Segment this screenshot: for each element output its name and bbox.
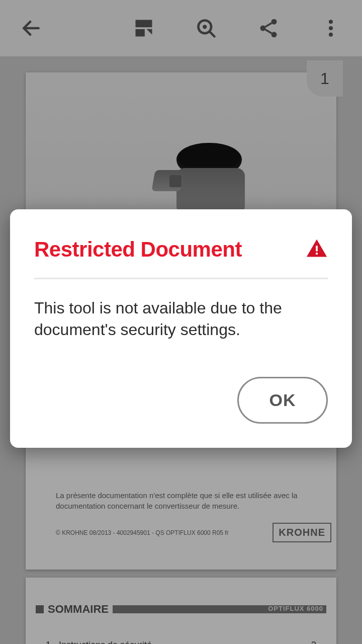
toc-item-title: Instructions de sécurité [59,640,311,644]
ok-button[interactable]: OK [237,377,328,424]
share-button[interactable] [252,12,285,44]
dialog-message: This tool is not available due to the do… [34,297,328,341]
toc-item-page: 3 [311,640,316,644]
toc-row: 1 Instructions de sécurité 3 [36,640,326,644]
copyright-text: © KROHNE 08/2013 - 4002945901 - QS OPTIF… [56,529,229,536]
toc-product-label: OPTIFLUX 6000 [268,605,323,612]
svg-rect-1 [136,20,152,28]
svg-marker-3 [147,29,152,35]
page-number-badge: 1 [307,60,343,97]
restricted-document-dialog: Restricted Document This tool is not ava… [10,209,352,448]
svg-rect-13 [316,246,318,252]
dialog-title: Restricted Document [34,237,242,262]
svg-point-11 [329,26,333,30]
search-button[interactable] [190,12,222,44]
back-button[interactable] [15,12,47,44]
toc-item-number: 1 [46,640,59,644]
more-button[interactable] [315,12,347,44]
app-toolbar [0,0,362,56]
text-reflow-icon [133,17,155,39]
svg-rect-14 [316,253,318,255]
text-reflow-button[interactable] [128,12,160,44]
svg-point-8 [260,26,266,31]
svg-point-9 [272,32,277,37]
document-page-2: SOMMAIRE OPTIFLUX 6000 1 Instructions de… [26,578,336,644]
page-number: 1 [320,69,329,88]
svg-line-6 [210,32,215,37]
svg-point-5 [204,26,206,28]
more-vert-icon [320,17,342,39]
back-arrow-icon [20,17,42,39]
svg-point-12 [329,33,333,37]
toc-heading: SOMMAIRE [48,603,109,616]
svg-rect-2 [136,29,145,37]
share-icon [257,17,280,39]
brand-logo: KROHNE [273,523,331,542]
svg-point-7 [272,19,277,25]
document-note: La présente documentation n'est complète… [56,490,306,511]
svg-point-10 [329,20,333,24]
warning-icon [306,237,328,262]
search-icon [195,17,217,39]
